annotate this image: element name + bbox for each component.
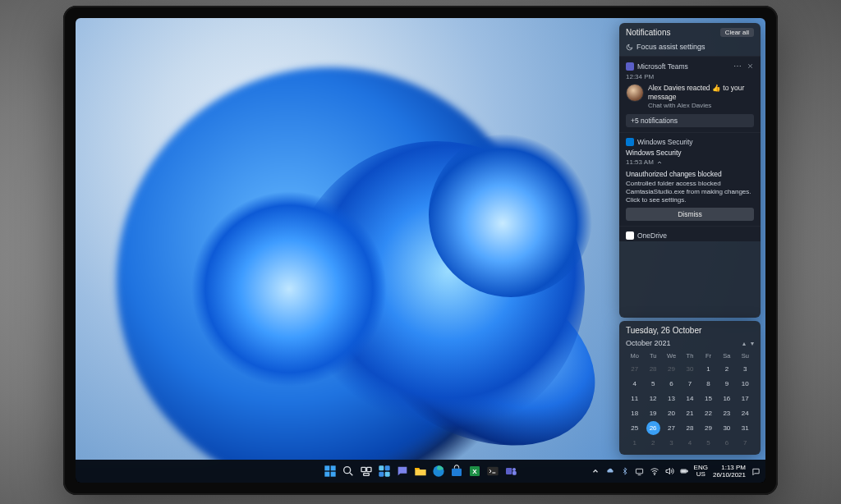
calendar-day[interactable]: 6 — [663, 377, 680, 391]
calendar-day[interactable]: 2 — [644, 436, 661, 450]
calendar-day[interactable]: 22 — [700, 406, 717, 420]
calendar-dow: We — [663, 351, 680, 361]
calendar-day[interactable]: 18 — [626, 406, 643, 420]
language-indicator[interactable]: ENGUS — [694, 465, 708, 478]
tray-chevron-icon[interactable] — [591, 466, 600, 476]
calendar-day[interactable]: 19 — [644, 406, 661, 420]
calendar-day[interactable]: 6 — [718, 436, 735, 450]
calendar-panel: Tuesday, 26 October October 2021 ▴ ▾ MoT… — [619, 321, 761, 455]
calendar-day[interactable]: 24 — [737, 406, 754, 420]
calendar-day[interactable]: 11 — [626, 392, 643, 405]
dismiss-button[interactable]: Dismiss — [626, 208, 754, 221]
svg-point-4 — [344, 467, 351, 474]
calendar-day[interactable]: 7 — [681, 377, 698, 391]
explorer-button[interactable] — [413, 464, 428, 479]
calendar-day[interactable]: 27 — [663, 421, 680, 435]
calendar-day[interactable]: 30 — [681, 362, 698, 376]
background: Notifications Clear all Focus assist set… — [0, 0, 841, 504]
focus-assist-link[interactable]: Focus assist settings — [626, 43, 754, 51]
svg-rect-16 — [487, 467, 498, 476]
edge-button[interactable] — [431, 464, 446, 479]
svg-rect-6 — [367, 467, 371, 471]
close-icon[interactable] — [746, 62, 754, 71]
teams-notification[interactable]: Microsoft Teams ⋯ 12:34 PM Alex Dav — [619, 56, 761, 132]
calendar-dow: Su — [737, 351, 754, 361]
more-icon[interactable]: ⋯ — [733, 62, 742, 71]
svg-point-18 — [512, 468, 516, 471]
notifications-tray-icon[interactable] — [751, 466, 761, 476]
calendar-day[interactable]: 4 — [626, 377, 643, 391]
calendar-day[interactable]: 14 — [681, 392, 698, 405]
calendar-day[interactable]: 4 — [681, 436, 698, 450]
onedrive-notification[interactable]: OneDrive — [619, 226, 761, 241]
calendar-day[interactable]: 29 — [700, 421, 717, 435]
calendar-next-button[interactable]: ▾ — [751, 340, 754, 347]
calendar-day[interactable]: 3 — [737, 362, 754, 376]
calendar-day[interactable]: 28 — [644, 362, 661, 376]
calendar-day[interactable]: 8 — [700, 377, 717, 391]
terminal-button[interactable] — [485, 464, 500, 479]
teams-subtext: Chat with Alex Davies — [648, 102, 754, 109]
calendar-day[interactable]: 16 — [718, 392, 735, 405]
calendar-day[interactable]: 26 — [644, 421, 661, 435]
svg-rect-19 — [512, 471, 517, 475]
calendar-day[interactable]: 13 — [663, 392, 680, 405]
calendar-day[interactable]: 30 — [718, 421, 735, 435]
calendar-day[interactable]: 5 — [700, 436, 717, 450]
teams-more-notifications[interactable]: +5 notifications — [626, 114, 754, 127]
calendar-day[interactable]: 12 — [644, 392, 661, 405]
svg-rect-2 — [324, 472, 329, 477]
calendar-month[interactable]: October 2021 — [626, 339, 671, 347]
calendar-day[interactable]: 2 — [718, 362, 735, 376]
chevron-up-icon — [656, 159, 663, 166]
calendar-day[interactable]: 21 — [681, 406, 698, 420]
calendar-day[interactable]: 9 — [718, 377, 735, 391]
svg-rect-17 — [506, 468, 512, 474]
calendar-day[interactable]: 23 — [718, 406, 735, 420]
battery-icon[interactable] — [679, 466, 689, 476]
calendar-today-label[interactable]: Tuesday, 26 October — [626, 326, 754, 335]
teams-message: Alex Davies reacted 👍 to your message — [648, 84, 754, 102]
svg-text:X: X — [472, 468, 477, 475]
calendar-day[interactable]: 3 — [663, 436, 680, 450]
clock[interactable]: 1:13 PM26/10/2021 — [713, 464, 746, 479]
calendar-day[interactable]: 27 — [626, 362, 643, 376]
calendar-day[interactable]: 1 — [626, 436, 643, 450]
calendar-day[interactable]: 1 — [700, 362, 717, 376]
calendar-day[interactable]: 5 — [644, 377, 661, 391]
clear-all-button[interactable]: Clear all — [720, 28, 754, 37]
calendar-day[interactable]: 17 — [737, 392, 754, 405]
svg-rect-13 — [452, 469, 462, 476]
widgets-button[interactable] — [377, 464, 392, 479]
svg-rect-20 — [636, 469, 642, 474]
search-button[interactable] — [341, 464, 356, 479]
wifi-icon[interactable] — [650, 466, 659, 476]
svg-rect-3 — [331, 472, 336, 477]
calendar-day[interactable]: 28 — [681, 421, 698, 435]
calendar-day[interactable]: 31 — [737, 421, 754, 435]
security-time: 11:53 AM — [626, 158, 754, 166]
onedrive-tray-icon[interactable] — [605, 466, 615, 476]
chat-button[interactable] — [395, 464, 410, 479]
calendar-day[interactable]: 15 — [700, 392, 717, 405]
calendar-day[interactable]: 20 — [663, 406, 680, 420]
volume-icon[interactable] — [664, 466, 674, 476]
task-view-button[interactable] — [359, 464, 374, 479]
security-subtitle: Unauthorized changes blocked — [626, 170, 754, 178]
svg-rect-9 — [385, 465, 390, 470]
teams-button[interactable] — [503, 464, 518, 479]
excel-button[interactable]: X — [467, 464, 482, 479]
avatar — [626, 84, 644, 102]
calendar-prev-button[interactable]: ▴ — [742, 340, 746, 347]
calendar-grid: MoTuWeThFrSaSu27282930123456789101112131… — [626, 351, 754, 450]
calendar-day[interactable]: 29 — [663, 362, 680, 376]
bluetooth-tray-icon[interactable] — [620, 466, 630, 476]
start-button[interactable] — [323, 464, 338, 479]
calendar-day[interactable]: 25 — [626, 421, 643, 435]
calendar-day[interactable]: 7 — [737, 436, 754, 450]
svg-rect-23 — [687, 470, 687, 472]
connect-tray-icon[interactable] — [635, 466, 645, 476]
calendar-day[interactable]: 10 — [737, 377, 754, 391]
security-notification[interactable]: Windows Security Windows Security 11:53 … — [619, 132, 761, 226]
store-button[interactable] — [449, 464, 464, 479]
